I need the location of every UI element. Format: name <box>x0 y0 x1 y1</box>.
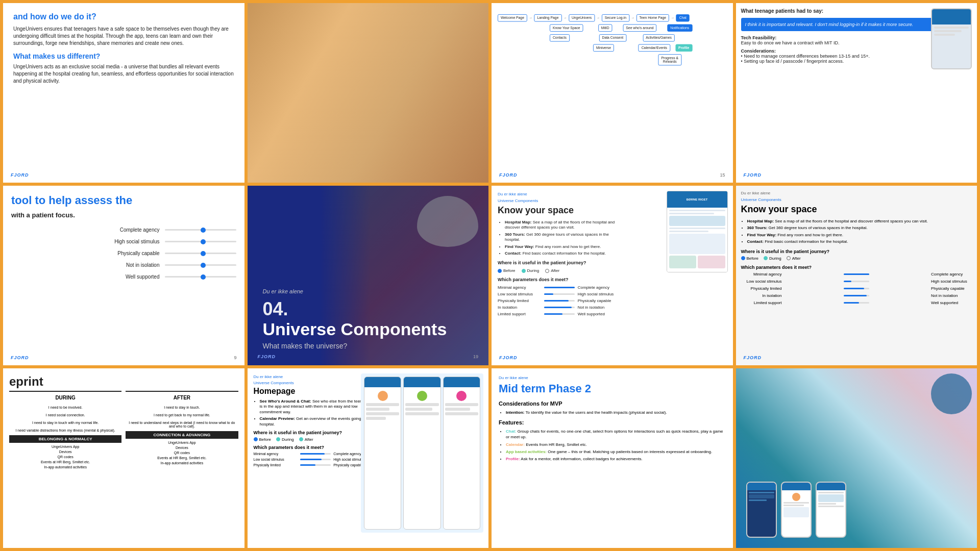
flow-node-teen-home: Teen Home Page <box>636 14 669 21</box>
phone-col-2 <box>781 482 812 538</box>
fjord-logo-panel8: FJORD <box>744 355 762 360</box>
panel7-title: Know your space <box>498 205 624 216</box>
fjord-logo-panel1: FJORD <box>11 172 29 178</box>
flow-node-activities: Activities/Games <box>643 34 675 41</box>
slider-well-supported: Well supported <box>11 274 236 280</box>
panel8-params-q: Which parameters does it meet? <box>741 265 972 270</box>
slider-label-complete: Complete agency <box>88 227 160 233</box>
radio-during <box>522 269 526 273</box>
during-col: DURING I need to be involved. I need soc… <box>9 391 121 470</box>
slider-label-supported: Well supported <box>88 274 160 280</box>
phone-mockup <box>931 8 972 69</box>
flow-node-chat: Chat <box>676 14 690 21</box>
panel7-du-er: Du er ikke alene <box>498 192 624 196</box>
flow-node-notifications: Notifications <box>667 24 692 32</box>
slide-panel-photo <box>248 3 489 183</box>
slide-panel-blueprint: eprint DURING I need to be involved. I n… <box>3 368 244 548</box>
radio-before <box>498 269 502 273</box>
phase-grid: DURING I need to be involved. I need soc… <box>9 391 238 470</box>
slide-panel-know-space: Du er ikke alene Universe Components Kno… <box>492 186 733 365</box>
flow-node-secure: Secure Log-in <box>602 14 629 21</box>
photo-placeholder <box>248 3 489 183</box>
mini-phone-2 <box>403 377 440 530</box>
fjord-logo-panel3: FJORD <box>499 172 518 178</box>
hero-tag: Du er ikke alene <box>263 288 474 294</box>
flow-node-profile: Profile <box>675 44 692 52</box>
hero-number: 04. <box>263 298 474 320</box>
flow-node-unge: UngeUnivers <box>569 14 595 21</box>
panel7-radio-row: Before During After <box>498 268 624 273</box>
fjord-logo-panel7: FJORD <box>499 355 518 360</box>
panel8-bullets: Hospital Map: See a map of all the floor… <box>741 219 972 245</box>
slide-panel-phase2: Du er ikke alene Mid term Phase 2 Consid… <box>492 368 733 548</box>
panel1-title: and how do we do it? <box>13 12 234 21</box>
panel8-section: Universe Components <box>741 197 972 202</box>
slider-label-isolation: Not in isolation <box>88 262 160 268</box>
panel8-radio-row: Before During After <box>741 256 972 261</box>
flow-node-dataconsent: Data Consent <box>599 34 626 41</box>
hero-content: Du er ikke alene 04. Universe Components… <box>263 288 474 350</box>
panel7-section: Universe Components <box>498 198 624 203</box>
panel8-title: Know your space <box>741 204 972 215</box>
slider-complete-agency: Complete agency <box>11 227 236 233</box>
app-screenshot: BØRNE RIGET <box>667 191 728 272</box>
fjord-logo-panel4: FJORD <box>744 172 762 178</box>
slide-panel-app-screens <box>736 368 977 548</box>
slider-label-physical: Physically capable <box>88 251 160 256</box>
mini-phone-3 <box>443 377 480 530</box>
panel7-params-q: Which parameters does it meet? <box>498 277 624 282</box>
hero-title: Universe Components <box>263 320 474 339</box>
panel1-desc2: UngeUnivers acts as an exclusive social … <box>13 63 234 85</box>
slide-panel-1: and how do we do it? UngeUnivers ensures… <box>3 3 244 183</box>
panel1-different-title: What makes us different? <box>13 52 234 60</box>
panel11-title: Mid term Phase 2 <box>499 382 726 395</box>
radio-after <box>545 269 549 273</box>
slide-panel-flowchart: Welcome Page → Landing Page → UngeUniver… <box>492 3 733 183</box>
slider-track-isolation <box>165 264 236 266</box>
panel7-bullets: Hospital Map: See a map of all the floor… <box>498 220 624 256</box>
flowchart: Welcome Page → Landing Page → UngeUniver… <box>498 14 692 65</box>
panel1-desc1: UngeUnivers ensures that teenagers have … <box>13 26 234 47</box>
slider-not-isolation: Not in isolation <box>11 262 236 268</box>
flow-node-mitid: MitID <box>598 24 612 32</box>
slide-panel-know-space-2: Du er ikke alene Universe Components Kno… <box>736 186 977 365</box>
panel11-feature-list: Chat: Group chats for events, no one-one… <box>499 429 726 462</box>
flow-node-landing: Landing Page <box>534 14 561 21</box>
flow-node-seewhos: See who's around <box>623 24 656 32</box>
circle-decoration <box>931 373 972 414</box>
phone-screens <box>361 373 483 533</box>
slide-panel-homepage: Du er ikke alene Universe Components Hom… <box>248 368 489 548</box>
slide-panel-sliders: tool to help assess the with a patient f… <box>3 186 244 365</box>
flow-node-progress: Progress &Rewards <box>658 54 682 65</box>
fjord-logo-panel5: FJORD <box>11 355 29 360</box>
flow-node-welcome: Welcome Page <box>498 14 527 21</box>
panel8-du-er: Du er ikke alene <box>741 191 972 195</box>
flow-node-calender: Calendar/Events <box>639 44 670 52</box>
slider-physically-capable: Physically capable <box>11 251 236 256</box>
after-col: AFTER I need to stay in touch. I need to… <box>126 391 238 470</box>
page-num-panel6: 19 <box>473 354 478 359</box>
panel5-top: tool to help assess the <box>11 194 236 207</box>
slide-panel-hero: Du er ikke alene 04. Universe Components… <box>248 186 489 365</box>
panel7-journey-q: Where is it useful in the patient journe… <box>498 260 624 265</box>
slider-high-social: High social stimulus <box>11 239 236 244</box>
panel9-title: eprint <box>9 374 238 389</box>
phones-collage <box>746 482 846 538</box>
slide-panel-quote: What teenage patients had to say: I thin… <box>736 3 977 183</box>
flow-node-know: Know Your Space <box>550 24 583 32</box>
panel5-subtext: with a patient focus. <box>11 211 236 219</box>
panel11-features: Intention: To identify the value for the… <box>499 410 726 415</box>
flow-node-contacts: Contacts <box>550 34 570 41</box>
phone-col-3 <box>816 482 846 538</box>
panel11-features-label: Features: <box>499 419 726 425</box>
panel11-du-er: Du er ikke alene <box>499 375 726 380</box>
hero-subtitle: What makes the universe? <box>263 342 474 350</box>
slider-track-physical <box>165 253 236 254</box>
slider-track-complete <box>165 229 236 231</box>
slider-track-social <box>165 241 236 242</box>
slider-track-supported <box>165 276 236 278</box>
flow-node-miniverse: Miniverse <box>593 44 614 52</box>
panel8-journey-q: Where is it useful in the patient journe… <box>741 249 972 254</box>
phone-col-1 <box>746 482 777 538</box>
panel11-mvp: Considerations for MVP <box>499 400 726 407</box>
